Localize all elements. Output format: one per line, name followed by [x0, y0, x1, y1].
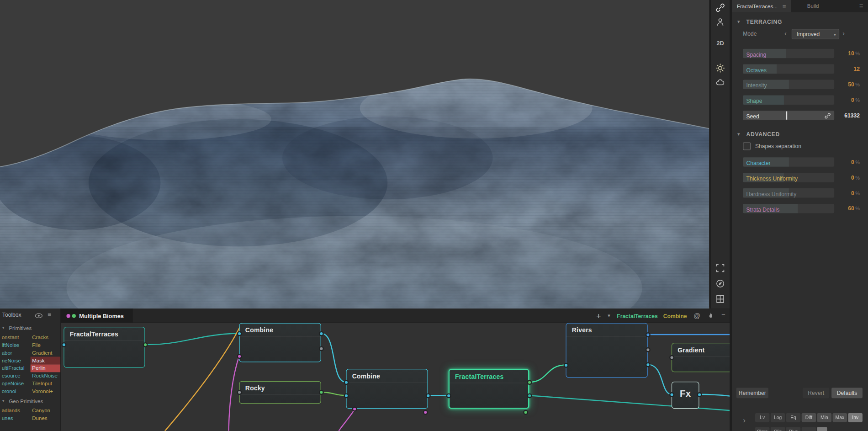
mini-button-log[interactable]: Log	[771, 413, 785, 422]
node-combine[interactable]: Combine	[346, 369, 428, 409]
mini-button-clmp[interactable]: Clmp	[755, 427, 770, 431]
toolbox-item-unes[interactable]: unes	[0, 414, 31, 422]
section-terracing[interactable]: ▾ TERRACING	[732, 18, 868, 27]
node-rocky[interactable]: Rocky	[239, 381, 321, 404]
mode-next-button[interactable]: ›	[842, 29, 845, 37]
remember-button[interactable]: Remember	[736, 388, 768, 398]
wire[interactable]	[321, 392, 346, 395]
mini-button-eq[interactable]: Eq	[786, 413, 801, 422]
mention-icon[interactable]: @	[693, 312, 700, 319]
node-combine[interactable]: Combine	[239, 323, 321, 362]
mode-prev-button[interactable]: ‹	[784, 29, 787, 37]
slider-track[interactable]: Octaves	[743, 64, 834, 74]
node-port[interactable]	[645, 347, 650, 352]
toolbox-item-perlin[interactable]: Perlin	[31, 364, 61, 372]
graph-menu-icon[interactable]: ≡	[721, 312, 725, 319]
slider-track[interactable]: Strata Details	[743, 204, 834, 213]
chevron-down-icon[interactable]: ▾	[608, 313, 610, 319]
node-rivers[interactable]: Rivers	[566, 323, 647, 378]
mini-button-min[interactable]: Min	[817, 413, 832, 422]
toolbox-item-rocknoise[interactable]: RockNoise	[31, 372, 61, 380]
link-icon[interactable]	[715, 3, 725, 13]
node-fractalterraces[interactable]: FractalTerraces	[449, 369, 529, 409]
node-fractalterraces[interactable]: FractalTerraces	[64, 327, 145, 368]
wire[interactable]	[339, 410, 355, 431]
toolbox-item-ultifractal[interactable]: ultiFractal	[0, 364, 31, 372]
tab-build[interactable]: Build	[807, 0, 819, 12]
toolbox-item-canyon[interactable]: Canyon	[31, 406, 61, 414]
node-port[interactable]	[669, 355, 674, 360]
mini-button-blank[interactable]	[817, 427, 827, 431]
toolbox-item-onstant[interactable]: onstant	[0, 334, 31, 341]
node-port[interactable]	[318, 331, 323, 336]
shapes-separation-checkbox[interactable]	[743, 142, 751, 150]
tab-menu-icon[interactable]: ≡	[783, 3, 786, 10]
node-port[interactable]	[352, 406, 357, 411]
collapse-icon[interactable]: ▾	[737, 19, 740, 24]
add-node-button[interactable]: +	[596, 311, 601, 320]
grid-view-icon[interactable]	[715, 294, 725, 304]
node-port[interactable]	[563, 362, 568, 367]
seed-link-icon[interactable]	[824, 112, 831, 119]
node-port[interactable]	[446, 393, 451, 398]
slider-track[interactable]: Hardness Uniformity	[743, 188, 834, 198]
character-scale-icon[interactable]	[715, 17, 725, 27]
slider-track[interactable]: Spacing	[743, 49, 834, 59]
cloud-icon[interactable]	[715, 78, 725, 88]
toolbox-section-primitives[interactable]: ▾Primitives	[0, 325, 60, 333]
wire[interactable]	[145, 334, 239, 345]
node-port[interactable]	[645, 332, 650, 337]
toolbox-item-oronoi[interactable]: oronoi	[0, 388, 31, 395]
mode-dropdown[interactable]: Improved ▾	[792, 29, 839, 39]
slider-track[interactable]: Thickness Uniformity	[743, 173, 834, 182]
slider-track[interactable]: Shape	[743, 95, 834, 105]
slider-track[interactable]: Intensity	[743, 80, 834, 89]
toolbox-item-esource[interactable]: esource	[0, 372, 31, 380]
toolbox-item-iftnoise[interactable]: iftNoise	[0, 341, 31, 349]
toolbox-item-voronoi[interactable]: Voronoi+	[31, 388, 61, 395]
toolbox-section-geo-primitives[interactable]: ▾Geo Primitives	[0, 398, 60, 406]
node-port[interactable]	[423, 410, 428, 415]
node-fx[interactable]: Fx	[672, 382, 699, 409]
wire[interactable]	[699, 394, 730, 396]
slider-handle[interactable]	[786, 112, 787, 120]
wire[interactable]	[529, 395, 730, 410]
node-port[interactable]	[237, 390, 242, 395]
eye-icon[interactable]	[34, 311, 43, 320]
wire[interactable]	[529, 365, 566, 383]
toolbox-item-tileinput[interactable]: TileInput	[31, 380, 61, 388]
node-port[interactable]	[237, 331, 242, 336]
node-graph-canvas[interactable]: FractalTerracesCombineRockyCombineFracta…	[61, 323, 730, 431]
mini-button-clip[interactable]: Clip	[771, 427, 785, 431]
graph-tab-multiple-biomes[interactable]: Multiple Biomes	[61, 309, 132, 323]
node-gradient[interactable]: Gradient	[672, 343, 730, 372]
toolbox-item-mask[interactable]: Mask	[31, 357, 61, 364]
node-port[interactable]	[527, 380, 532, 385]
node-port[interactable]	[143, 342, 148, 347]
node-port[interactable]	[425, 393, 430, 398]
breadcrumb-combine[interactable]: Combine	[663, 313, 687, 319]
view-2d-button[interactable]: 2D	[714, 40, 726, 47]
mini-button-max[interactable]: Max	[833, 413, 847, 422]
mini-button-diff[interactable]: Diff	[802, 413, 816, 422]
node-port[interactable]	[523, 410, 528, 415]
breadcrumb-fractalterraces[interactable]: FractalTerraces	[617, 313, 657, 319]
mini-button-blank[interactable]	[802, 427, 816, 431]
mini-button-inv[interactable]: Inv	[848, 413, 863, 422]
toolbox-item-adlands[interactable]: adlands	[0, 406, 31, 414]
toolbox-item-openoise[interactable]: opeNoise	[0, 380, 31, 388]
wire[interactable]	[648, 364, 672, 394]
toolbox-item-nenoise[interactable]: neNoise	[0, 357, 31, 364]
flame-icon[interactable]	[707, 312, 715, 319]
toolbox-item-file[interactable]: File	[31, 341, 61, 349]
node-port[interactable]	[318, 390, 323, 395]
toolbox-item-abor[interactable]: abor	[0, 349, 31, 357]
terrain-viewport-3d[interactable]	[0, 0, 709, 309]
slider-track[interactable]: Character	[743, 157, 834, 167]
collapse-icon[interactable]: ▾	[737, 131, 740, 137]
mini-button-blur[interactable]: Blur	[786, 427, 801, 431]
defaults-button[interactable]: Defaults	[831, 388, 863, 398]
tab-fractalterraces[interactable]: FractalTerraces... ≡	[732, 0, 791, 12]
frame-region-icon[interactable]	[715, 263, 725, 273]
sun-light-icon[interactable]	[715, 63, 725, 73]
